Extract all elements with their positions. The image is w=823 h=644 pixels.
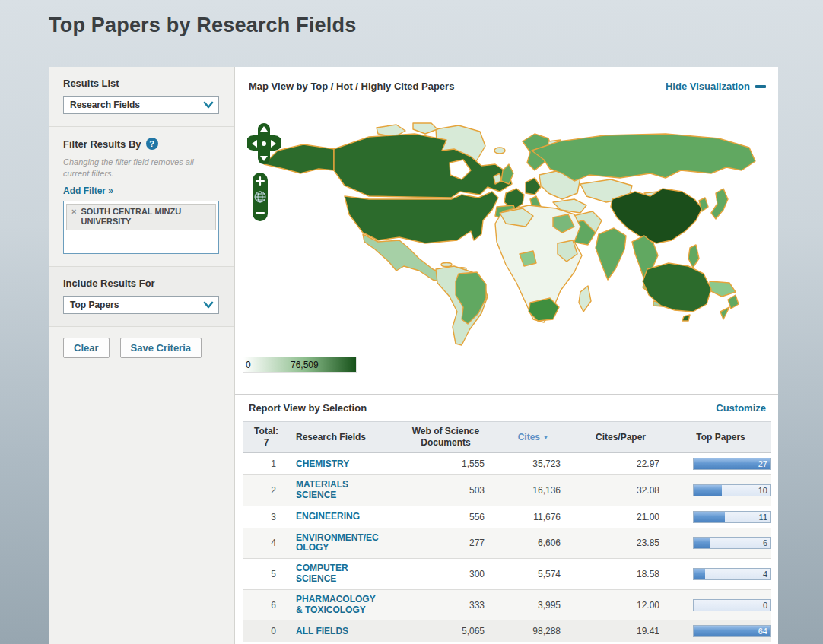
map-pan-control[interactable] (247, 122, 281, 166)
include-results-heading: Include Results For (63, 278, 221, 289)
filter-heading: Filter Results By (63, 138, 141, 150)
add-filter-link[interactable]: Add Filter » (63, 186, 113, 196)
collapse-minus-icon (755, 85, 766, 88)
top-papers-bar: 10 (693, 484, 771, 496)
page-title: Top Papers by Research Fields (49, 14, 356, 37)
world-map[interactable]: 0 76,509 (235, 106, 778, 394)
cites-sort-header[interactable]: Cites ▼ (495, 422, 571, 453)
field-cell: MATERIALS SCIENCE (290, 475, 396, 506)
research-field-link[interactable]: CHEMISTRY (296, 459, 381, 470)
table-row: 4ENVIRONMENT/ECOLOGY2776,60623.856 (243, 528, 771, 559)
cites-cell: 16,136 (495, 475, 571, 506)
field-cell: ENGINEERING (290, 506, 396, 528)
include-results-dropdown[interactable]: Top Papers (63, 296, 219, 314)
cites-cell: 5,574 (495, 559, 571, 590)
top-papers-value: 11 (759, 512, 767, 522)
research-fields-header: Research Fields (290, 422, 396, 453)
table-body: 1CHEMISTRY1,55535,72322.97272MATERIALS S… (243, 453, 771, 642)
docs-cell: 277 (396, 528, 495, 559)
docs-cell: 300 (396, 559, 495, 590)
top-papers-cell: 64 (670, 620, 771, 642)
cites-cell: 98,288 (495, 620, 571, 642)
top-papers-bar: 6 (693, 537, 771, 549)
docs-cell: 503 (396, 475, 495, 506)
research-field-link[interactable]: ENGINEERING (296, 512, 381, 522)
results-list-dropdown[interactable]: Research Fields (63, 96, 219, 114)
top-papers-value: 64 (758, 627, 767, 636)
research-field-link[interactable]: COMPUTER SCIENCE (296, 563, 381, 585)
cites-per-paper-cell: 19.41 (571, 620, 670, 642)
rank-cell: 1 (243, 453, 290, 475)
top-papers-value: 6 (763, 538, 767, 547)
rank-cell: 4 (243, 528, 290, 559)
world-map-svg (255, 120, 766, 356)
save-criteria-button[interactable]: Save Criteria (120, 338, 202, 358)
cites-per-paper-cell: 18.58 (571, 559, 670, 590)
field-cell: ENVIRONMENT/ECOLOGY (290, 528, 396, 559)
content-panel: Results List Research Fields Filter Resu… (49, 67, 777, 644)
cites-per-paper-cell: 21.00 (571, 506, 670, 528)
cites-cell: 6,606 (495, 528, 571, 559)
top-papers-bar: 11 (693, 511, 771, 523)
cites-per-paper-cell: 22.97 (571, 453, 670, 475)
top-papers-cell: 6 (670, 528, 771, 559)
top-papers-cell: 4 (670, 559, 771, 590)
cites-per-paper-cell: 12.00 (571, 589, 670, 620)
research-field-link[interactable]: ALL FIELDS (296, 627, 381, 637)
table-row: 6PHARMACOLOGY & TOXICOLOGY3333,99512.000 (243, 589, 771, 620)
total-header: Total: 7 (243, 422, 290, 453)
top-papers-bar: 27 (693, 458, 771, 470)
help-icon[interactable]: ? (146, 138, 158, 150)
docs-cell: 5,065 (396, 620, 495, 642)
hide-visualization-link[interactable]: Hide Visualization (666, 81, 766, 92)
rank-cell: 6 (243, 589, 290, 620)
table-row: 2MATERIALS SCIENCE50316,13632.0810 (243, 475, 771, 506)
top-papers-cell: 11 (670, 506, 771, 528)
research-field-link[interactable]: PHARMACOLOGY & TOXICOLOGY (296, 595, 381, 616)
sidebar-buttons: Clear Save Criteria (49, 327, 234, 369)
docs-cell: 1,555 (396, 453, 495, 475)
docs-cell: 333 (396, 589, 495, 620)
top-papers-value: 0 (763, 601, 767, 610)
top-papers-header: Top Papers (670, 422, 771, 453)
cites-cell: 11,676 (495, 506, 571, 528)
hide-visualization-label: Hide Visualization (666, 81, 750, 92)
main-content: Map View by Top / Hot / Highly Cited Pap… (235, 67, 778, 644)
chevron-down-icon (203, 301, 214, 309)
docs-cell: 556 (396, 506, 495, 528)
field-cell: COMPUTER SCIENCE (290, 559, 396, 590)
top-papers-bar: 0 (693, 599, 771, 611)
rank-cell: 2 (243, 475, 290, 506)
research-field-link[interactable]: ENVIRONMENT/ECOLOGY (296, 533, 381, 554)
top-papers-value: 10 (758, 486, 767, 495)
cites-per-paper-cell: 23.85 (571, 528, 670, 559)
report-table: Total: 7 Research Fields Web of Science … (243, 421, 771, 642)
field-cell: PHARMACOLOGY & TOXICOLOGY (290, 589, 396, 620)
cites-per-paper-header: Cites/Paper (571, 422, 670, 453)
map-zoom-control[interactable] (252, 172, 269, 222)
table-row: 0ALL FIELDS5,06598,28819.4164 (243, 620, 771, 642)
table-row: 5COMPUTER SCIENCE3005,57418.584 (243, 559, 771, 590)
report-table-wrap: Total: 7 Research Fields Web of Science … (235, 421, 778, 642)
customize-link[interactable]: Customize (716, 402, 766, 414)
clear-button[interactable]: Clear (63, 338, 110, 358)
top-papers-cell: 10 (670, 475, 771, 506)
research-field-link[interactable]: MATERIALS SCIENCE (296, 480, 381, 501)
table-row: 1CHEMISTRY1,55535,72322.9727 (243, 453, 771, 475)
filter-tag: × SOUTH CENTRAL MINZU UNIVERSITY (66, 204, 216, 230)
rank-cell: 0 (243, 620, 290, 642)
table-header-row: Total: 7 Research Fields Web of Science … (243, 422, 771, 453)
remove-filter-icon[interactable]: × (71, 207, 76, 217)
filter-box[interactable]: × SOUTH CENTRAL MINZU UNIVERSITY (63, 201, 219, 254)
top-papers-bar: 4 (693, 568, 771, 580)
cites-cell: 35,723 (495, 453, 571, 475)
map-header: Map View by Top / Hot / Highly Cited Pap… (235, 67, 778, 106)
cites-cell: 3,995 (495, 589, 571, 620)
top-papers-value: 4 (763, 569, 767, 579)
legend-max: 76,509 (291, 360, 319, 370)
field-cell: ALL FIELDS (290, 620, 396, 642)
report-view-title: Report View by Selection (249, 402, 367, 414)
legend-min: 0 (246, 360, 251, 370)
field-cell: CHEMISTRY (290, 453, 396, 475)
top-papers-value: 27 (758, 459, 767, 468)
